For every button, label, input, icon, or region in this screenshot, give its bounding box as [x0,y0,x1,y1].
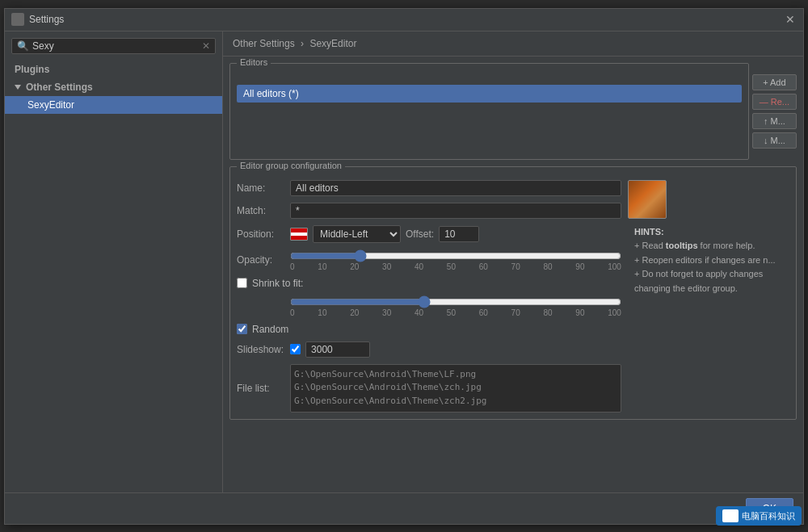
main-content: Editors All editors (*) + Add — Re... ↑ … [223,57,803,492]
offset-label: Offset: [406,228,434,240]
avatar-image [628,180,667,219]
opacity-label: Opacity: [237,254,284,266]
random-label[interactable]: Random [252,324,288,335]
watermark: 电脑百科知识 [716,506,802,526]
settings-icon [11,13,24,26]
name-input[interactable] [290,180,621,196]
watermark-text: 电脑百科知识 [742,510,795,522]
settings-window: Settings ✕ 🔍 ✕ Plugins Other Settings Se… [4,8,804,525]
hints-title: HINTS: [634,225,783,240]
sidebar-plugins-label: Plugins [5,61,222,78]
sidebar-item-sexyeditor[interactable]: SexyEditor [5,96,222,114]
window-title: Settings [29,14,64,25]
filelist-area[interactable]: G:\OpenSource\Android\Theme\LF.png G:\Op… [290,364,621,413]
offset-input[interactable] [439,226,479,242]
breadcrumb-arrow: › [301,38,304,49]
other-settings-label: Other Settings [26,82,93,93]
add-editor-button[interactable]: + Add [752,74,797,90]
shrink-row: Shrink to fit: [237,278,621,289]
hints-line3: + Do not forget to apply changes [634,267,783,282]
remove-editor-button[interactable]: — Re... [752,94,797,110]
shrink-ticks: 0 10 20 30 40 50 60 70 80 [290,308,621,317]
position-select[interactable]: Middle-Left Top-Left Top-Center Top-Righ… [313,225,401,243]
breadcrumb-part2: SexyEditor [309,38,356,49]
main-panel: Other Settings › SexyEditor Editors All … [223,31,803,492]
editors-section: Editors All editors (*) [229,63,749,160]
shrink-checkbox[interactable] [237,278,247,288]
shrink-slider[interactable] [290,295,621,308]
slideshow-checkbox[interactable] [290,344,301,354]
slideshow-row [290,341,621,358]
sidebar-other-settings[interactable]: Other Settings [5,78,222,96]
shrink-slider-container: 0 10 20 30 40 50 60 70 80 [290,295,621,317]
hints-line4: changing the editor group. [634,282,783,296]
editor-action-buttons: + Add — Re... ↑ M... ↓ M... [752,63,797,160]
search-icon: 🔍 [17,40,29,52]
editor-item-all[interactable]: All editors (*) [237,85,742,103]
sidebar: 🔍 ✕ Plugins Other Settings SexyEditor [5,31,223,492]
title-bar: Settings ✕ [5,9,803,31]
close-button[interactable]: ✕ [784,13,797,26]
position-row: Middle-Left Top-Left Top-Center Top-Righ… [290,225,621,243]
opacity-ticks: 0 10 20 30 40 50 60 70 80 [290,262,621,271]
config-grid: Name: Match: Position: Mi [237,180,621,413]
match-input[interactable] [290,203,621,219]
hints-line2: + Reopen editors if changes are n... [634,253,783,268]
random-row: Random [237,324,621,335]
match-label: Match: [237,205,284,216]
chevron-down-icon [15,85,21,90]
config-legend: Editor group configuration [237,161,345,170]
hints-box: HINTS: + Read tooltips for more help. + … [628,222,789,300]
watermark-icon [722,509,739,522]
opacity-slider-container: 0 10 20 30 40 50 60 70 80 [290,249,621,271]
hints-line1: + Read tooltips for more help. [634,239,783,253]
editors-wrapper: Editors All editors (*) + Add — Re... ↑ … [229,63,797,160]
editors-legend: Editors [237,57,271,67]
editors-list: All editors (*) [234,75,745,156]
hints-bold-tooltips: tooltips [666,241,698,250]
shrink-label[interactable]: Shrink to fit: [252,278,303,289]
search-bar: 🔍 ✕ [11,38,216,54]
content-area: 🔍 ✕ Plugins Other Settings SexyEditor Ot… [5,31,803,492]
breadcrumb-part1: Other Settings [233,38,295,49]
move-down-button[interactable]: ↓ M... [752,132,797,149]
breadcrumb: Other Settings › SexyEditor [223,31,803,57]
name-label: Name: [237,182,284,194]
editor-item-label: All editors (*) [243,88,299,99]
config-hints-row: Name: Match: Position: Mi [237,180,789,413]
move-up-button[interactable]: ↑ M... [752,113,797,129]
title-bar-left: Settings [11,13,64,26]
filelist-line-3: G:\OpenSource\Android\Theme\zch2.jpg [294,395,617,408]
position-label: Position: [237,228,284,240]
slideshow-label: Slideshow: [237,344,284,355]
filelist-line-2: G:\OpenSource\Android\Theme\zch.jpg [294,381,617,395]
bottom-bar: OK 电脑百科知识 [5,492,803,524]
position-flag-icon [290,228,308,241]
search-input[interactable] [32,40,199,52]
config-area: Name: Match: Position: Mi [237,180,621,413]
config-section: Editor group configuration Name: Match: [229,166,797,420]
slideshow-input[interactable] [305,341,370,358]
opacity-slider[interactable] [290,249,621,262]
random-checkbox[interactable] [237,324,247,334]
filelist-label: File list: [237,383,284,394]
hints-area: HINTS: + Read tooltips for more help. + … [628,180,789,300]
search-clear-icon[interactable]: ✕ [202,40,210,52]
filelist-line-1: G:\OpenSource\Android\Theme\LF.png [294,368,617,382]
